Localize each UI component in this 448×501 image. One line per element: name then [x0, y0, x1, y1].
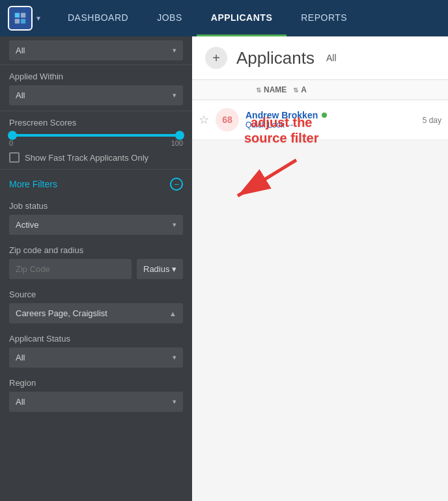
applicant-info: Andrew Brokken Quick Look →	[245, 110, 416, 129]
fast-track-label: Show Fast Track Applicants Only	[25, 153, 148, 163]
region-value: All	[16, 397, 25, 407]
main-layout: All ▾ Applied Within All ▾ Prescreen Sco…	[0, 36, 448, 501]
job-status-label: Job status	[9, 201, 183, 211]
region-label: Region	[9, 378, 183, 388]
prescreen-max-label: 100	[171, 139, 183, 147]
nav-applicants[interactable]: APPLICANTS	[197, 0, 287, 36]
radius-value: Radius	[143, 264, 169, 274]
star-icon[interactable]: ☆	[199, 113, 209, 127]
fast-track-row: Show Fast Track Applicants Only	[9, 152, 183, 163]
applicant-status-chevron: ▾	[173, 353, 176, 362]
radius-select[interactable]: Radius ▾	[137, 259, 183, 279]
col-a-header[interactable]: ⇅ A	[293, 85, 307, 94]
zip-radius-group: Zip code and radius Radius ▾	[0, 240, 192, 284]
sidebar-filters: All ▾ Applied Within All ▾ Prescreen Sco…	[0, 36, 192, 501]
prescreen-slider-max-thumb[interactable]	[175, 131, 184, 140]
top-navigation: ▾ DASHBOARD JOBS APPLICANTS REPORTS	[0, 0, 448, 36]
job-status-value: Active	[16, 220, 38, 230]
applicant-status-label: Applicant Status	[9, 334, 183, 344]
svg-line-5	[238, 160, 296, 196]
source-group: Source Careers Page, Craigslist ▲	[0, 284, 192, 329]
applicant-name-text: Andrew Brokken	[245, 110, 318, 120]
top-filter-value: All	[16, 46, 25, 55]
logo-chevron[interactable]: ▾	[36, 14, 40, 23]
radius-chevron: ▾	[172, 264, 176, 274]
table-row: ☆ 68 Andrew Brokken Quick Look → 5 day	[192, 100, 448, 140]
content-header: + Applicants All	[192, 36, 448, 80]
job-status-select[interactable]: Active ▾	[9, 215, 183, 235]
online-status-dot	[322, 113, 327, 118]
quick-look-link[interactable]: Quick Look →	[245, 120, 416, 129]
prescreen-slider-labels: 0 100	[9, 139, 183, 147]
region-chevron: ▾	[173, 398, 176, 406]
main-content: + Applicants All ⇅ NAME ⇅ A ☆ 68 Andrew …	[192, 36, 448, 501]
applied-within-label: Applied Within	[9, 72, 183, 81]
more-filters-label: More Filters	[9, 179, 57, 189]
source-chevron-up: ▲	[169, 310, 176, 318]
zip-radius-label: Zip code and radius	[9, 245, 183, 255]
nav-dashboard[interactable]: DASHBOARD	[53, 0, 143, 36]
job-status-group: Job status Active ▾	[0, 196, 192, 240]
region-select[interactable]: All ▾	[9, 392, 183, 412]
applicant-status-select[interactable]: All ▾	[9, 347, 183, 368]
zip-radius-row: Radius ▾	[9, 259, 183, 279]
annotation-arrow	[225, 154, 303, 206]
applicants-all-badge: All	[326, 53, 337, 63]
nav-links: DASHBOARD JOBS APPLICANTS REPORTS	[53, 0, 440, 36]
prescreen-slider-track	[9, 134, 183, 137]
svg-rect-2	[15, 19, 20, 23]
prescreen-group: Prescreen Scores 0 100 Show Fast Track A…	[0, 111, 192, 170]
add-applicant-button[interactable]: +	[205, 47, 227, 69]
col-name-header[interactable]: ⇅ NAME	[256, 85, 287, 94]
col-name-label: NAME	[264, 85, 287, 94]
source-select[interactable]: Careers Page, Craigslist ▲	[9, 303, 183, 323]
applied-within-chevron: ▾	[173, 91, 176, 100]
top-filter-group: All ▾	[0, 36, 192, 65]
applicant-name[interactable]: Andrew Brokken	[245, 110, 416, 120]
applicant-score-badge: 68	[216, 108, 239, 131]
zip-code-input[interactable]	[9, 259, 132, 279]
page-title: Applicants	[236, 48, 315, 68]
nav-reports[interactable]: REPORTS	[287, 0, 361, 36]
applicant-meta: 5 day	[423, 116, 441, 125]
prescreen-slider-fill	[9, 134, 183, 137]
applied-within-group: Applied Within All ▾	[0, 65, 192, 111]
region-group: Region All ▾	[0, 373, 192, 417]
a-sort-icon: ⇅	[293, 87, 298, 94]
prescreen-min-label: 0	[9, 139, 13, 147]
applied-within-select[interactable]: All ▾	[9, 85, 183, 105]
svg-rect-3	[21, 19, 25, 23]
svg-rect-0	[15, 13, 20, 18]
source-label: Source	[9, 290, 183, 299]
applied-within-value: All	[16, 90, 25, 100]
top-filter-select[interactable]: All ▾	[9, 40, 183, 61]
source-value: Careers Page, Craigslist	[16, 308, 107, 318]
applicant-status-value: All	[16, 353, 25, 362]
prescreen-label: Prescreen Scores	[9, 118, 183, 128]
job-status-chevron: ▾	[173, 221, 176, 229]
col-a-label: A	[301, 85, 307, 94]
more-filters-toggle[interactable]: More Filters −	[0, 170, 192, 196]
applicant-status-group: Applicant Status All ▾	[0, 329, 192, 373]
app-logo[interactable]	[8, 6, 33, 31]
name-sort-icon: ⇅	[256, 87, 261, 94]
svg-rect-1	[21, 13, 25, 18]
more-filters-collapse-icon: −	[170, 178, 183, 191]
fast-track-checkbox[interactable]	[9, 152, 20, 163]
nav-jobs[interactable]: JOBS	[143, 0, 197, 36]
table-header: ⇅ NAME ⇅ A	[192, 80, 448, 100]
top-filter-chevron: ▾	[173, 46, 176, 55]
prescreen-slider-min-thumb[interactable]	[8, 131, 17, 140]
